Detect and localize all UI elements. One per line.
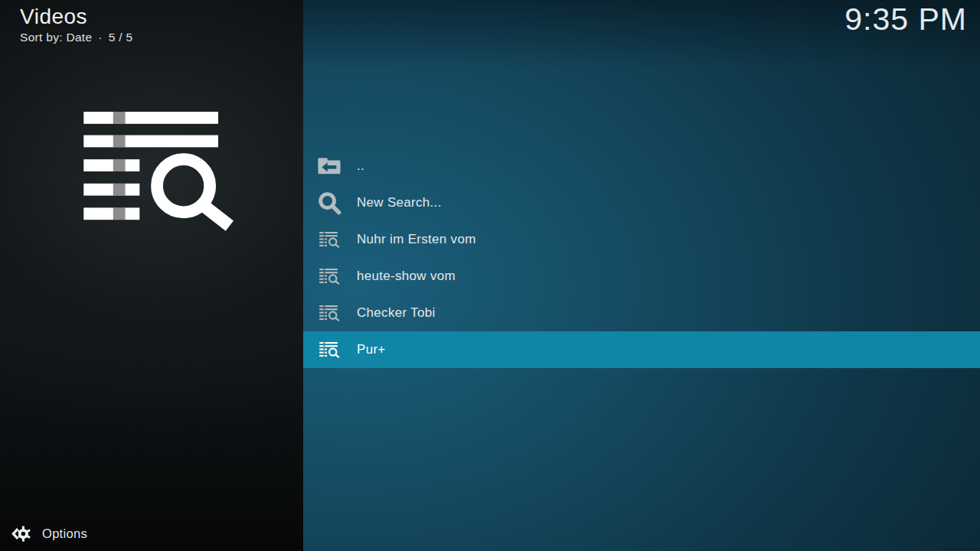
list-item-new-search[interactable]: New Search...	[303, 184, 980, 221]
list-item-label: Nuhr im Ersten vom	[357, 232, 476, 247]
search-list: .. New Search...	[303, 148, 980, 368]
page-title: Videos	[20, 5, 133, 29]
list-item-label: New Search...	[357, 195, 442, 210]
separator-dot: ·	[98, 31, 102, 44]
options-label: Options	[42, 527, 87, 541]
list-item-label: heute-show vom	[357, 269, 456, 284]
search-history-icon	[316, 302, 342, 324]
sort-label: Sort by: Date	[20, 31, 92, 44]
search-history-icon	[316, 338, 342, 361]
list-item-saved-search-3[interactable]: Checker Tobi	[303, 295, 980, 331]
parent-folder-icon	[316, 155, 342, 178]
search-history-icon	[316, 228, 342, 251]
sort-status: Sort by: Date·5 / 5	[20, 31, 133, 44]
list-item-saved-search-4-selected[interactable]: Pur+	[303, 331, 980, 368]
content-panel: 9:35 PM	[303, 0, 980, 551]
search-icon	[316, 191, 342, 214]
options-gear-icon	[11, 523, 31, 544]
list-item-saved-search-2[interactable]: heute-show vom	[303, 258, 980, 295]
list-item-label: Checker Tobi	[357, 305, 436, 321]
item-position: 5 / 5	[109, 31, 133, 44]
list-item-label: ..	[357, 158, 364, 174]
list-item-label: Pur+	[357, 342, 386, 357]
list-item-parent-folder[interactable]: ..	[303, 148, 980, 184]
search-history-icon	[316, 265, 342, 288]
kodi-screen: 9:35 PM	[0, 0, 980, 551]
clock: 9:35 PM	[844, 2, 967, 37]
window-header: Videos Sort by: Date·5 / 5	[20, 5, 133, 44]
options-button[interactable]: Options	[11, 523, 87, 544]
sidebar-panel: Videos Sort by: Date·5 / 5	[0, 0, 303, 551]
search-history-icon-large	[83, 112, 236, 231]
list-item-saved-search-1[interactable]: Nuhr im Ersten vom	[303, 221, 980, 258]
